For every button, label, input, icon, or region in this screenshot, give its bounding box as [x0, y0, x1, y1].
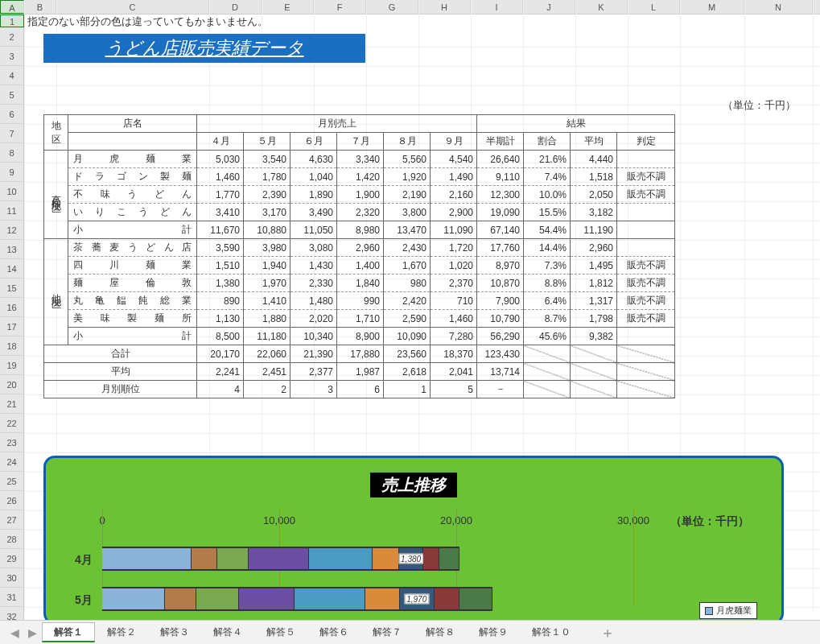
cell[interactable]: 8.7% [524, 310, 571, 328]
cell[interactable]: 3,170 [244, 204, 291, 221]
cell[interactable]: 45.6% [524, 328, 571, 345]
tab-nav-next[interactable]: ▶ [24, 626, 40, 639]
cell[interactable]: 11,670 [197, 221, 244, 239]
cell[interactable]: 5 [431, 381, 477, 398]
cell[interactable]: 2,020 [291, 310, 337, 328]
cell[interactable]: 2,160 [431, 186, 477, 204]
cell[interactable]: 販売不調 [617, 292, 675, 310]
cell[interactable]: 13,470 [384, 221, 431, 239]
cell[interactable]: 10,870 [477, 275, 524, 292]
cell[interactable]: 3,410 [197, 204, 244, 221]
cell[interactable]: 21,390 [291, 345, 337, 363]
row-24[interactable]: 24 [0, 452, 24, 472]
col-E[interactable]: E [262, 0, 314, 14]
row-22[interactable]: 22 [0, 414, 24, 433]
col-G[interactable]: G [366, 0, 418, 14]
col-K[interactable]: K [575, 0, 628, 14]
row-20[interactable]: 20 [0, 375, 24, 394]
cell[interactable]: 1,460 [197, 168, 244, 186]
cell[interactable]: 2,041 [431, 363, 477, 381]
row-11[interactable]: 11 [0, 201, 24, 221]
row-17[interactable]: 17 [0, 317, 24, 336]
cell[interactable]: 2,590 [384, 310, 431, 328]
col-B[interactable]: B [24, 0, 56, 14]
cell[interactable]: 4,440 [571, 151, 617, 168]
row-16[interactable]: 16 [0, 298, 24, 317]
cell[interactable]: 11,190 [571, 221, 617, 239]
cell[interactable]: 1,130 [197, 310, 244, 328]
cell[interactable]: 10,790 [477, 310, 524, 328]
row-12[interactable]: 12 [0, 221, 24, 240]
cell[interactable]: 3 [291, 381, 337, 398]
col-L[interactable]: L [628, 0, 680, 14]
col-C[interactable]: C [56, 0, 209, 14]
cell[interactable]: 1,495 [571, 257, 617, 275]
cell[interactable]: 18,370 [431, 345, 477, 363]
row-1[interactable]: 1 [0, 14, 24, 27]
cell[interactable]: 10,340 [291, 328, 337, 345]
cell[interactable]: 10,880 [244, 221, 291, 239]
row-28[interactable]: 28 [0, 530, 24, 549]
cell[interactable]: 1 [384, 381, 431, 398]
sheet-tab-5[interactable]: 解答６ [307, 622, 361, 641]
cell[interactable]: 3,182 [571, 204, 617, 221]
cell[interactable] [617, 221, 675, 239]
row-7[interactable]: 7 [0, 124, 24, 143]
cell[interactable]: 1,880 [244, 310, 291, 328]
cell[interactable]: 2,330 [291, 275, 337, 292]
row-3[interactable]: 3 [0, 47, 24, 66]
cell[interactable]: 7.3% [524, 257, 571, 275]
chart-container[interactable]: 売上推移 0 10,000 20,000 30,000 （単位：千円） 4月 5… [43, 456, 784, 625]
col-J[interactable]: J [523, 0, 575, 14]
cell[interactable]: 1,518 [571, 168, 617, 186]
cell[interactable]: 15.5% [524, 204, 571, 221]
cell[interactable]: 3,490 [291, 204, 337, 221]
cell[interactable]: 1,987 [337, 363, 384, 381]
row-14[interactable]: 14 [0, 259, 24, 279]
row-25[interactable]: 25 [0, 472, 24, 491]
cell[interactable]: 1,480 [291, 292, 337, 310]
cell[interactable]: 3,980 [244, 239, 291, 257]
cell[interactable]: 8,900 [337, 328, 384, 345]
cell[interactable]: 1,840 [337, 275, 384, 292]
cell[interactable]: 2,420 [384, 292, 431, 310]
cell[interactable]: 2,960 [337, 239, 384, 257]
cell[interactable]: 19,090 [477, 204, 524, 221]
cell[interactable]: 1,670 [384, 257, 431, 275]
row-10[interactable]: 10 [0, 182, 24, 201]
cell[interactable]: 4 [197, 381, 244, 398]
cell[interactable]: 1,490 [431, 168, 477, 186]
cell[interactable]: 4,540 [431, 151, 477, 168]
cell[interactable]: 2,370 [431, 275, 477, 292]
row-31[interactable]: 31 [0, 588, 24, 607]
cell[interactable]: 8.8% [524, 275, 571, 292]
cell[interactable]: 17,760 [477, 239, 524, 257]
cell[interactable]: 1,420 [337, 168, 384, 186]
cell[interactable]: 販売不調 [617, 168, 675, 186]
cell[interactable]: 13,714 [477, 363, 524, 381]
cell[interactable]: 2,900 [431, 204, 477, 221]
row-19[interactable]: 19 [0, 356, 24, 375]
cell[interactable]: 1,020 [431, 257, 477, 275]
cell[interactable]: 2,451 [244, 363, 291, 381]
cell[interactable]: 2,190 [384, 186, 431, 204]
col-H[interactable]: H [418, 0, 471, 14]
row-18[interactable]: 18 [0, 336, 24, 356]
cell[interactable]: 67,140 [477, 221, 524, 239]
cell[interactable]: 5,560 [384, 151, 431, 168]
row-4[interactable]: 4 [0, 66, 24, 85]
cell[interactable]: 1,970 [244, 275, 291, 292]
cell[interactable]: 2,960 [571, 239, 617, 257]
row-26[interactable]: 26 [0, 491, 24, 510]
tab-nav-prev[interactable]: ◀ [6, 626, 23, 639]
cell[interactable]: 2,377 [291, 363, 337, 381]
cell[interactable]: 3,800 [384, 204, 431, 221]
cell[interactable]: 1,460 [431, 310, 477, 328]
cell[interactable]: 販売不調 [617, 257, 675, 275]
cell[interactable]: 販売不調 [617, 275, 675, 292]
row-23[interactable]: 23 [0, 433, 24, 452]
cell[interactable]: 8,970 [477, 257, 524, 275]
cell[interactable]: 2,050 [571, 186, 617, 204]
cell[interactable]: 10.0% [524, 186, 571, 204]
cell[interactable]: 1,780 [244, 168, 291, 186]
